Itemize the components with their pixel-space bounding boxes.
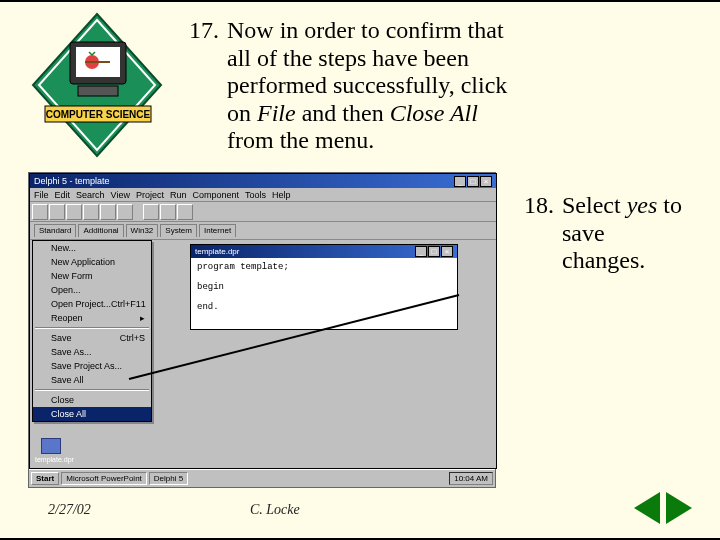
taskbar-item-powerpoint[interactable]: Microsoft PowerPoint: [61, 472, 147, 485]
code-maximize[interactable]: □: [428, 246, 440, 257]
desktop-icon-label: template.dpr: [35, 456, 74, 463]
code-close[interactable]: ×: [441, 246, 453, 257]
prev-slide-button[interactable]: [634, 492, 660, 524]
step-18-number: 18.: [518, 192, 554, 220]
tool-button[interactable]: [160, 204, 176, 220]
toolbar: [30, 202, 496, 222]
tool-button[interactable]: [83, 204, 99, 220]
menu-item-save-all[interactable]: Save All: [33, 373, 151, 387]
menu-item-new-application[interactable]: New Application: [33, 255, 151, 269]
taskbar: Start Microsoft PowerPoint Delphi 5 10:0…: [29, 469, 495, 487]
code-window: template.dpr _ □ × program template; beg…: [190, 244, 458, 330]
menubar: File Edit Search View Project Run Compon…: [30, 188, 496, 202]
code-title: template.dpr: [195, 247, 239, 256]
tool-button[interactable]: [100, 204, 116, 220]
menu-separator: [35, 389, 149, 391]
client-area: New... New Application New Form Open... …: [30, 240, 496, 466]
titlebar: Delphi 5 - template _ □ ×: [30, 174, 496, 188]
code-titlebar: template.dpr _ □ ×: [191, 245, 457, 258]
next-slide-button[interactable]: [666, 492, 692, 524]
step-17-text: 17. Now in order to confirm that all of …: [175, 17, 535, 155]
menu-component[interactable]: Component: [192, 190, 239, 200]
window-title: Delphi 5 - template: [34, 176, 110, 186]
embedded-screenshot: Delphi 5 - template _ □ × File Edit Sear…: [28, 172, 496, 488]
menu-item-reopen[interactable]: Reopen▸: [33, 311, 151, 325]
step-18-text: 18. Select yes to save changes.: [518, 192, 688, 275]
menu-item-save-project-as[interactable]: Save Project As...: [33, 359, 151, 373]
system-tray: 10:04 AM: [449, 472, 493, 485]
step-17-number: 17.: [175, 17, 219, 45]
menu-run[interactable]: Run: [170, 190, 187, 200]
slide: COMPUTER SCIENCE 17. Now in order to con…: [0, 0, 720, 540]
file-keyword: File: [257, 100, 296, 126]
tab-system[interactable]: System: [160, 224, 197, 237]
maximize-button[interactable]: □: [467, 176, 479, 187]
menu-project[interactable]: Project: [136, 190, 164, 200]
computer-science-logo: COMPUTER SCIENCE: [30, 10, 165, 160]
menu-item-new-form[interactable]: New Form: [33, 269, 151, 283]
svg-marker-0: [33, 14, 161, 156]
menu-help[interactable]: Help: [272, 190, 291, 200]
close-all-keyword: Close All: [390, 100, 478, 126]
menu-item-open[interactable]: Open...: [33, 283, 151, 297]
desktop-icon[interactable]: template.dpr: [35, 438, 67, 463]
tab-standard[interactable]: Standard: [34, 224, 76, 237]
window-buttons: _ □ ×: [454, 176, 492, 187]
code-minimize[interactable]: _: [415, 246, 427, 257]
menu-tools[interactable]: Tools: [245, 190, 266, 200]
menu-item-save-as[interactable]: Save As...: [33, 345, 151, 359]
tab-internet[interactable]: Internet: [199, 224, 236, 237]
menu-item-close-all[interactable]: Close All: [33, 407, 151, 421]
start-button[interactable]: Start: [31, 472, 59, 485]
yes-keyword: yes: [627, 192, 658, 218]
tool-button[interactable]: [177, 204, 193, 220]
menu-file[interactable]: File: [34, 190, 49, 200]
menu-search[interactable]: Search: [76, 190, 105, 200]
menu-item-close[interactable]: Close: [33, 393, 151, 407]
component-tabs: Standard Additional Win32 System Interne…: [30, 222, 496, 240]
menu-item-new[interactable]: New...: [33, 241, 151, 255]
tool-button[interactable]: [32, 204, 48, 220]
code-content: program template; begin end.: [191, 258, 457, 316]
delphi-window: Delphi 5 - template _ □ × File Edit Sear…: [29, 173, 497, 469]
menu-edit[interactable]: Edit: [55, 190, 71, 200]
tab-win32[interactable]: Win32: [126, 224, 159, 237]
file-icon: [41, 438, 61, 454]
menu-item-open-project[interactable]: Open Project...Ctrl+F11: [33, 297, 151, 311]
menu-separator: [35, 327, 149, 329]
tool-button[interactable]: [66, 204, 82, 220]
svg-rect-5: [78, 86, 118, 96]
footer-author: C. Locke: [250, 502, 300, 518]
slide-nav: [634, 492, 692, 524]
close-button[interactable]: ×: [480, 176, 492, 187]
tab-additional[interactable]: Additional: [78, 224, 123, 237]
menu-item-save[interactable]: SaveCtrl+S: [33, 331, 151, 345]
tool-button[interactable]: [117, 204, 133, 220]
file-menu: New... New Application New Form Open... …: [32, 240, 152, 422]
menu-view[interactable]: View: [111, 190, 130, 200]
clock: 10:04 AM: [454, 474, 488, 483]
logo-banner-text: COMPUTER SCIENCE: [46, 109, 151, 120]
taskbar-item-delphi[interactable]: Delphi 5: [149, 472, 188, 485]
step-18-body: Select yes to save changes.: [562, 192, 682, 275]
tool-button[interactable]: [49, 204, 65, 220]
minimize-button[interactable]: _: [454, 176, 466, 187]
step-17-body: Now in order to confirm that all of the …: [227, 17, 527, 155]
tool-button[interactable]: [143, 204, 159, 220]
footer-date: 2/27/02: [48, 502, 91, 518]
